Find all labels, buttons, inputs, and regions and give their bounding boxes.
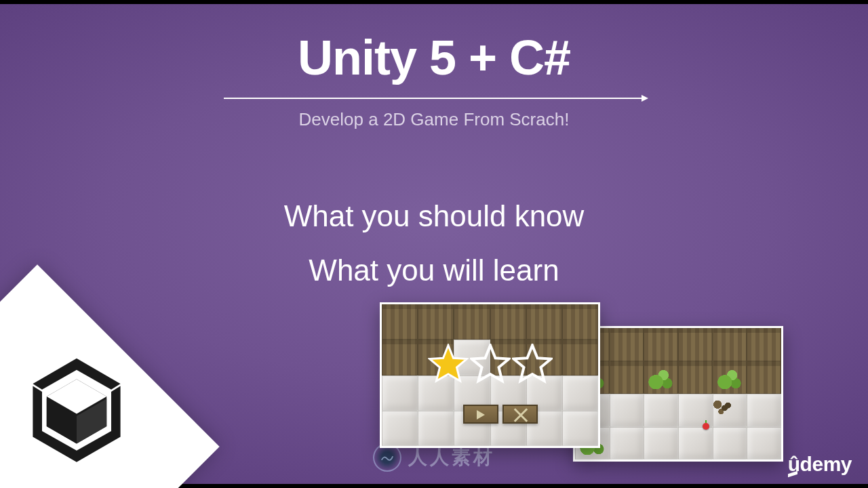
close-sign-icon [502,405,538,424]
slide: Unity 5 + C# Develop a 2D Game From Scra… [0,4,868,484]
udemy-brand: ûdemy [788,453,852,476]
course-subtitle: Develop a 2D Game From Scrach! [0,109,868,130]
star-outline-icon [512,344,553,384]
svg-marker-0 [429,345,467,381]
star-outline-icon [470,344,511,384]
debris-icon [711,399,734,417]
game-screenshot-1 [380,302,600,448]
star-rating [428,344,553,384]
topic-line-2: What you will learn [0,253,868,287]
title-underline [224,98,644,99]
apple-icon [703,423,709,430]
game-screenshot-2 [573,326,783,462]
star-filled-icon [428,344,469,384]
watermark-text: 人人素材 [408,445,495,470]
tile-grid [575,328,781,460]
topic-line-1: What you should know [0,199,868,233]
course-title: Unity 5 + C# [0,30,868,85]
play-sign-icon [463,405,498,424]
svg-marker-2 [513,345,551,381]
svg-marker-1 [471,345,509,381]
unity-logo-icon [19,354,134,469]
